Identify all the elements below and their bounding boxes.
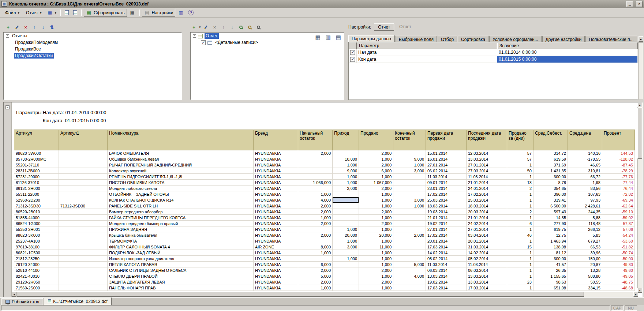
report-cell[interactable]: Обшивка багажника левая: [108, 156, 254, 162]
report-cell[interactable]: ПЕТЛЯ КАПОТА-ПРАВАЯ: [108, 262, 254, 267]
report-cell[interactable]: [393, 209, 426, 215]
report-cell[interactable]: -78,29: [602, 168, 635, 174]
report-column-header[interactable]: Продано за (дни): [507, 130, 533, 150]
report-cell[interactable]: 371,69: [533, 162, 568, 168]
report-cell[interactable]: 588,80: [568, 273, 602, 279]
report-cell[interactable]: 21.01.2014: [467, 215, 507, 221]
delete-grouping-button[interactable]: ×: [211, 23, 218, 31]
report-cell[interactable]: HYUNDAI/KIA: [254, 232, 298, 238]
report-cell[interactable]: 597,43: [533, 209, 568, 215]
report-cell[interactable]: 66,72: [568, 174, 602, 180]
report-cell[interactable]: 17.03.2014: [426, 244, 467, 250]
report-cell[interactable]: 1: [507, 215, 533, 221]
report-cell[interactable]: 314,72: [533, 150, 568, 156]
report-cell[interactable]: HYUNDAI/KIA: [254, 262, 298, 267]
scroll-up-icon[interactable]: ▲: [637, 102, 642, 107]
help-button[interactable]: ?: [186, 9, 195, 17]
paste-report-button[interactable]: [71, 9, 79, 17]
report-cell[interactable]: [59, 215, 108, 221]
report-cell[interactable]: [59, 279, 108, 285]
report-cell[interactable]: 5,88: [568, 215, 602, 221]
report-tree-item[interactable]: ПродажиВсе: [4, 46, 181, 52]
grid-corner-button[interactable]: ▲: [639, 36, 643, 42]
report-column-header[interactable]: Первая дата продажи: [426, 130, 467, 150]
report-cell[interactable]: 1,000: [298, 191, 333, 197]
report-cell[interactable]: -48,68: [602, 285, 635, 291]
report-cell[interactable]: HYUNDAI/KIA: [254, 197, 298, 203]
report-cell[interactable]: [298, 174, 333, 180]
report-cell[interactable]: 2: [507, 186, 533, 191]
report-cell[interactable]: 20,000: [333, 232, 359, 238]
report-cell[interactable]: 1,000: [359, 215, 393, 221]
report-cell[interactable]: 25.03.2014: [467, 197, 507, 203]
report-cell[interactable]: [333, 215, 359, 221]
report-cell[interactable]: 20,87: [568, 262, 602, 267]
layout-grid-icon[interactable]: ▦: [315, 34, 320, 41]
report-cell[interactable]: 26,35: [533, 267, 568, 273]
collapse-icon[interactable]: −: [193, 34, 196, 38]
report-cell[interactable]: 1: [507, 267, 533, 273]
report-cell[interactable]: БАЧОК ОМЫВАТЕЛЯ: [108, 150, 254, 156]
report-cell[interactable]: 71312-3SD30: [14, 203, 59, 209]
checkbox-checked-icon[interactable]: ✓: [350, 50, 355, 55]
report-cell[interactable]: ПИСТОН ОБШИВКИ КАПОТА: [108, 180, 254, 186]
report-cell[interactable]: 619,75: [533, 226, 568, 232]
report-cell[interactable]: 1,000: [333, 162, 359, 168]
report-cell[interactable]: [333, 267, 359, 273]
grouping-up-button[interactable]: ↑: [220, 23, 227, 31]
report-cell[interactable]: 2,000: [298, 150, 333, 156]
report-cell[interactable]: 5,000: [393, 262, 426, 267]
report-cell[interactable]: 57: [507, 150, 533, 156]
report-cell[interactable]: [59, 238, 108, 244]
value-column-header[interactable]: Значение: [497, 42, 638, 49]
report-cell[interactable]: 57: [507, 156, 533, 162]
report-cell[interactable]: ГАЙКА СТУПИЦЫ ПЕРЕДНЕГО КОЛЕСА: [108, 215, 254, 221]
report-cell[interactable]: -48,75: [602, 279, 635, 285]
report-cell[interactable]: 679,27: [568, 238, 602, 244]
report-cell[interactable]: [59, 226, 108, 232]
report-cell[interactable]: -77,76: [602, 174, 635, 180]
report-cell[interactable]: 1 463,94: [533, 238, 568, 244]
report-tree-item[interactable]: ПродажиИОстатки: [4, 52, 181, 59]
report-cell[interactable]: 651,08: [533, 285, 568, 291]
report-cell[interactable]: 2,000: [298, 221, 333, 226]
report-cell[interactable]: -59,02: [602, 215, 635, 221]
report-cell[interactable]: 1: [507, 197, 533, 203]
report-cell[interactable]: [333, 285, 359, 291]
scroll-right-icon[interactable]: ▶: [633, 292, 638, 297]
report-cell[interactable]: 14,35: [533, 215, 568, 221]
report-cell[interactable]: 266,12: [568, 226, 602, 232]
report-cell[interactable]: 19.02.2014: [426, 279, 467, 285]
settings-tab[interactable]: Другие настройки: [542, 36, 585, 42]
report-cell[interactable]: [298, 238, 333, 244]
grouping-down-button[interactable]: ↓: [229, 23, 236, 31]
report-cell[interactable]: HYUNDAI/KIA: [254, 186, 298, 191]
report-cell[interactable]: -57,06: [602, 226, 635, 232]
report-cell[interactable]: 1,000: [359, 256, 393, 262]
report-cell[interactable]: 05.02.2014: [467, 256, 507, 262]
report-column-header[interactable]: Процент: [602, 130, 635, 150]
horizontal-scroll-thumb[interactable]: [17, 292, 584, 297]
report-cell[interactable]: 1,000: [298, 215, 333, 221]
report-cell[interactable]: 1,000: [359, 226, 393, 232]
report-cell[interactable]: [393, 256, 426, 262]
report-cell[interactable]: HYUNDAI/KIA: [254, 267, 298, 273]
report-cell[interactable]: [298, 226, 333, 232]
report-cell[interactable]: Бампер переднего абсорбер: [108, 209, 254, 215]
settings-tab[interactable]: Выбранные поля: [396, 36, 437, 42]
report-variants-button[interactable]: ▦ ▾: [45, 9, 58, 17]
report-cell[interactable]: 9,000: [333, 168, 359, 174]
report-column-header[interactable]: Сред.Себест.: [533, 130, 568, 150]
layout-columns-icon[interactable]: ▥: [326, 34, 331, 41]
report-cell[interactable]: 1: [507, 262, 533, 267]
report-cell[interactable]: [59, 168, 108, 174]
report-cell[interactable]: 277,90: [533, 221, 568, 226]
move-up-button[interactable]: ↑: [31, 23, 38, 31]
settings-button[interactable]: ▤ Настройки: [142, 9, 176, 17]
report-cell[interactable]: РЫЧАГ ПОПЕРЕЧНЫЙ ЗАДНИЙ-СРЕДНИЙ: [108, 162, 254, 168]
report-cell[interactable]: Изолятор опорного узла двигателя: [108, 256, 254, 262]
report-cell[interactable]: -51,82: [602, 244, 635, 250]
menu-report[interactable]: Отчет ▾: [23, 9, 44, 16]
report-cell[interactable]: 97,93: [568, 197, 602, 203]
report-cell[interactable]: 85730-2H000MC: [14, 156, 59, 162]
